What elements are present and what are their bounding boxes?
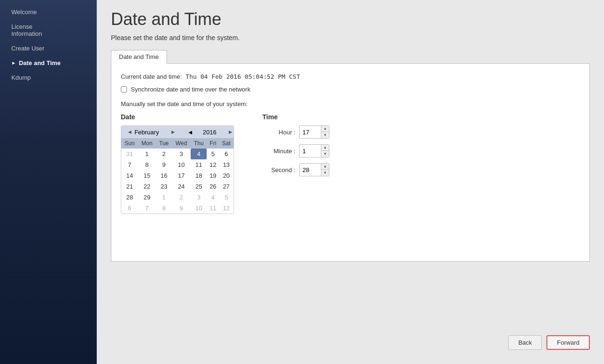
cal-header-wed: Wed [172,138,191,149]
current-time-value: Thu 04 Feb 2016 05:04:52 PM CST [185,73,300,80]
calendar-day: 12 [219,203,234,214]
minute-label: Minute : [262,148,295,155]
second-arrows: ▲ ▼ [321,164,329,176]
calendar-day[interactable]: 8 [138,159,156,170]
cal-header-tue: Tue [156,138,172,149]
sidebar: Welcome LicenseInformation Create User ►… [0,0,97,364]
back-button[interactable]: Back [508,335,542,350]
second-up-button[interactable]: ▲ [321,164,329,170]
minute-arrows: ▲ ▼ [321,145,329,157]
calendar-day[interactable]: 2 [156,149,172,159]
second-down-button[interactable]: ▼ [321,170,329,176]
calendar-day[interactable]: 17 [172,170,191,181]
calendar-day[interactable]: 29 [138,192,156,203]
calendar-day: 2 [172,192,191,203]
calendar-day[interactable]: 15 [138,170,156,181]
calendar-day: 9 [172,203,191,214]
calendar-day[interactable]: 7 [121,159,138,170]
calendar-day[interactable]: 12 [207,159,219,170]
calendar-nav: ◄ February ► ◄ 2016 ► [121,126,234,138]
arrow-icon: ► [11,60,16,66]
calendar-day[interactable]: 28 [121,192,138,203]
second-input[interactable] [300,165,321,175]
calendar-day: 5 [219,192,234,203]
calendar-day: 3 [191,192,207,203]
calendar-day[interactable]: 16 [156,170,172,181]
minute-input-wrap: ▲ ▼ [299,144,329,157]
hour-input[interactable] [300,127,321,137]
calendar-day[interactable]: 20 [219,170,234,181]
calendar-day[interactable]: 14 [121,170,138,181]
calendar-day: 10 [191,203,207,214]
sidebar-item-welcome[interactable]: Welcome [0,5,97,19]
sidebar-item-label: LicenseInformation [11,23,42,37]
cal-header-sat: Sat [219,138,234,149]
hour-up-button[interactable]: ▲ [321,126,329,132]
calendar-grid: Sun Mon Tue Wed Thu Fri Sat 311234567891… [121,138,234,214]
bottom-bar: Back Forward [111,326,590,355]
next-month-button[interactable]: ► [168,128,178,136]
current-time-row: Current date and time: Thu 04 Feb 2016 0… [121,73,580,80]
second-row: Second : ▲ ▼ [262,163,329,176]
calendar-day[interactable]: 25 [191,181,207,192]
calendar-day[interactable]: 9 [156,159,172,170]
calendar-day[interactable]: 24 [172,181,191,192]
calendar-day: 31 [121,149,138,159]
calendar-day[interactable]: 3 [172,149,191,159]
date-heading: Date [121,113,234,121]
date-time-section: Date ◄ February ► ◄ 2016 ► [121,113,580,214]
minute-up-button[interactable]: ▲ [321,145,329,151]
calendar-day[interactable]: 21 [121,181,138,192]
calendar-day[interactable]: 22 [138,181,156,192]
sidebar-item-license-information[interactable]: LicenseInformation [0,19,97,41]
calendar-day: 1 [156,192,172,203]
sidebar-item-kdump[interactable]: Kdump [0,70,97,85]
sidebar-item-label: Date and Time [19,59,61,66]
content-box: Current date and time: Thu 04 Feb 2016 0… [111,64,590,262]
calendar-day[interactable]: 4 [191,149,207,159]
minute-input[interactable] [300,146,321,156]
date-section: Date ◄ February ► ◄ 2016 ► [121,113,234,214]
cal-header-sun: Sun [121,138,138,149]
sidebar-item-label: Welcome [11,8,37,16]
tab-date-and-time[interactable]: Date and Time [111,50,167,64]
prev-month-button[interactable]: ◄ [125,128,134,136]
calendar-day[interactable]: 10 [172,159,191,170]
next-year-button[interactable]: ► [226,128,234,136]
sidebar-item-label: Kdump [11,74,31,81]
hour-label: Hour : [262,129,295,136]
calendar-day: 8 [156,203,172,214]
cal-header-mon: Mon [138,138,156,149]
sidebar-item-create-user[interactable]: Create User [0,41,97,56]
cal-nav-separator: ◄ [187,129,193,136]
calendar-day[interactable]: 1 [138,149,156,159]
calendar-day[interactable]: 5 [207,149,219,159]
calendar-day[interactable]: 18 [191,170,207,181]
current-time-label: Current date and time: [121,73,182,80]
page-title: Date and Time [111,9,590,29]
hour-arrows: ▲ ▼ [321,126,329,138]
calendar-day[interactable]: 23 [156,181,172,192]
calendar-day: 6 [121,203,138,214]
second-label: Second : [262,166,295,174]
tab-bar: Date and Time [111,50,590,64]
calendar-day[interactable]: 11 [191,159,207,170]
hour-input-wrap: ▲ ▼ [299,125,329,139]
minute-row: Minute : ▲ ▼ [262,144,329,157]
calendar-day[interactable]: 6 [219,149,234,159]
cal-year: 2016 [203,129,217,136]
hour-down-button[interactable]: ▼ [321,132,329,138]
calendar-day[interactable]: 26 [207,181,219,192]
calendar-day[interactable]: 13 [219,159,234,170]
cal-month: February [134,129,159,136]
minute-down-button[interactable]: ▼ [321,151,329,157]
sync-label[interactable]: Synchronize date and time over the netwo… [131,86,251,93]
calendar-day[interactable]: 27 [219,181,234,192]
cal-header-thu: Thu [191,138,207,149]
calendar-day[interactable]: 19 [207,170,219,181]
sync-checkbox[interactable] [121,86,127,92]
forward-button[interactable]: Forward [546,335,590,350]
page-subtitle: Please set the date and time for the sys… [111,34,590,41]
hour-row: Hour : ▲ ▼ [262,125,329,139]
sidebar-item-date-and-time[interactable]: ► Date and Time [0,56,97,70]
